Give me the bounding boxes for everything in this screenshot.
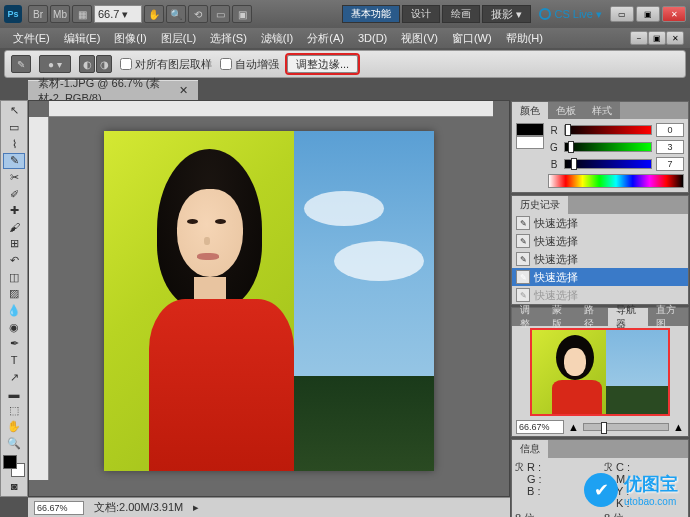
rotate-view-icon[interactable]: ⟲ xyxy=(188,5,208,23)
tab-info[interactable]: 信息 xyxy=(512,440,548,458)
tab-adjustments[interactable]: 调整 xyxy=(512,308,544,326)
zoom-tool-icon[interactable]: 🔍 xyxy=(166,5,186,23)
add-selection-icon[interactable]: ◑ xyxy=(96,55,112,73)
color-preview[interactable] xyxy=(516,123,544,149)
blue-slider[interactable] xyxy=(564,159,652,169)
zoom-in-icon[interactable]: ▲ xyxy=(673,421,684,433)
3d-tool[interactable]: ⬚ xyxy=(3,403,25,419)
bridge-icon[interactable]: Br xyxy=(28,5,48,23)
menu-analysis[interactable]: 分析(A) xyxy=(300,28,351,48)
close-button[interactable]: ✕ xyxy=(662,6,686,22)
history-brush-tool[interactable]: ↶ xyxy=(3,253,25,269)
canvas-area[interactable] xyxy=(28,100,510,497)
history-panel: 历史记录 ✎快速选择 ✎快速选择 ✎快速选择 ✎快速选择 ✎快速选择 xyxy=(511,195,689,305)
eyedropper-tool[interactable]: ✐ xyxy=(3,186,25,202)
history-item[interactable]: ✎快速选择 xyxy=(512,232,688,250)
auto-enhance-checkbox[interactable]: 自动增强 xyxy=(220,57,279,72)
status-zoom[interactable]: 66.67% xyxy=(34,501,84,515)
navigator-thumbnail[interactable] xyxy=(530,328,670,416)
history-item[interactable]: ✎快速选择 xyxy=(512,214,688,232)
green-slider[interactable] xyxy=(564,142,652,152)
menu-select[interactable]: 选择(S) xyxy=(203,28,254,48)
workspace-tab-paint[interactable]: 绘画 xyxy=(442,5,480,23)
menu-view[interactable]: 视图(V) xyxy=(394,28,445,48)
brush-tool[interactable]: 🖌 xyxy=(3,219,25,235)
tab-swatches[interactable]: 色板 xyxy=(548,102,584,119)
minimize-button[interactable]: ▭ xyxy=(610,6,634,22)
cslive-link[interactable]: CS Live▾ xyxy=(539,8,602,21)
type-tool[interactable]: T xyxy=(3,353,25,369)
navigator-zoom-input[interactable]: 66.67% xyxy=(516,420,564,434)
history-item-future[interactable]: ✎快速选择 xyxy=(512,286,688,304)
menu-help[interactable]: 帮助(H) xyxy=(499,28,550,48)
new-selection-icon[interactable]: ◐ xyxy=(79,55,95,73)
document-canvas[interactable] xyxy=(104,131,434,471)
menu-edit[interactable]: 编辑(E) xyxy=(57,28,108,48)
pen-tool[interactable]: ✒ xyxy=(3,336,25,352)
document-tab[interactable]: 素材-1.JPG @ 66.7% (素材-2, RGB/8)✕ xyxy=(28,80,198,100)
history-item[interactable]: ✎快速选择 xyxy=(512,250,688,268)
tab-histogram[interactable]: 直方图 xyxy=(648,308,688,326)
zoom-input[interactable]: 66.7 ▾ xyxy=(94,5,142,23)
menu-image[interactable]: 图像(I) xyxy=(107,28,153,48)
red-value[interactable]: 0 xyxy=(656,123,684,137)
zoom-out-icon[interactable]: ▲ xyxy=(568,421,579,433)
blur-tool[interactable]: 💧 xyxy=(3,303,25,319)
arrange-docs-icon[interactable]: ▭ xyxy=(210,5,230,23)
history-item-selected[interactable]: ✎快速选择 xyxy=(512,268,688,286)
view-extras-icon[interactable]: ▦ xyxy=(72,5,92,23)
menu-3d[interactable]: 3D(D) xyxy=(351,28,394,48)
workspace-tab-basic[interactable]: 基本功能 xyxy=(342,5,400,23)
ruler-vertical xyxy=(29,117,49,480)
quickmask-toggle[interactable]: ◙ xyxy=(3,478,25,494)
spectrum-bar[interactable] xyxy=(548,174,684,188)
quick-select-tool[interactable]: ✎ xyxy=(3,153,25,169)
path-select-tool[interactable]: ↗ xyxy=(3,369,25,385)
doc-restore-button[interactable]: ▣ xyxy=(648,31,666,45)
lasso-tool[interactable]: ⌇ xyxy=(3,136,25,152)
minibridge-icon[interactable]: Mb xyxy=(50,5,70,23)
zoom-tool[interactable]: 🔍 xyxy=(3,436,25,452)
healing-tool[interactable]: ✚ xyxy=(3,203,25,219)
hand-tool-icon[interactable]: ✋ xyxy=(144,5,164,23)
foreground-color[interactable] xyxy=(3,455,17,469)
brush-preset-picker[interactable]: ● ▾ xyxy=(39,55,71,73)
crop-tool[interactable]: ✂ xyxy=(3,170,25,186)
workspace-tab-design[interactable]: 设计 xyxy=(402,5,440,23)
doc-close-button[interactable]: ✕ xyxy=(666,31,684,45)
tab-styles[interactable]: 样式 xyxy=(584,102,620,119)
eraser-tool[interactable]: ◫ xyxy=(3,269,25,285)
menu-window[interactable]: 窗口(W) xyxy=(445,28,499,48)
marquee-tool[interactable]: ▭ xyxy=(3,120,25,136)
menu-file[interactable]: 文件(E) xyxy=(6,28,57,48)
refine-edge-button[interactable]: 调整边缘... xyxy=(287,55,358,73)
tab-paths[interactable]: 路径 xyxy=(576,308,608,326)
screen-mode-icon[interactable]: ▣ xyxy=(232,5,252,23)
blue-value[interactable]: 7 xyxy=(656,157,684,171)
doc-minimize-button[interactable]: − xyxy=(630,31,648,45)
tab-color[interactable]: 颜色 xyxy=(512,102,548,119)
current-tool-icon[interactable]: ✎ xyxy=(11,55,31,73)
gradient-tool[interactable]: ▨ xyxy=(3,286,25,302)
move-tool[interactable]: ↖ xyxy=(3,103,25,119)
watermark-icon: ✔ xyxy=(584,473,618,507)
hand-tool[interactable]: ✋ xyxy=(3,419,25,435)
quickselect-icon: ✎ xyxy=(516,288,530,302)
stamp-tool[interactable]: ⊞ xyxy=(3,236,25,252)
tab-history[interactable]: 历史记录 xyxy=(512,196,568,214)
green-value[interactable]: 3 xyxy=(656,140,684,154)
sample-all-layers-checkbox[interactable]: 对所有图层取样 xyxy=(120,57,212,72)
status-arrow-icon[interactable]: ▸ xyxy=(193,501,199,514)
red-slider[interactable] xyxy=(564,125,652,135)
menu-filter[interactable]: 滤镜(I) xyxy=(254,28,300,48)
tab-masks[interactable]: 蒙版 xyxy=(544,308,576,326)
tab-navigator[interactable]: 导航器 xyxy=(608,308,648,326)
menu-layer[interactable]: 图层(L) xyxy=(154,28,203,48)
color-swatches[interactable] xyxy=(3,455,25,477)
dodge-tool[interactable]: ◉ xyxy=(3,319,25,335)
quickselect-icon: ✎ xyxy=(516,234,530,248)
maximize-button[interactable]: ▣ xyxy=(636,6,660,22)
workspace-tab-photo[interactable]: 摄影 ▾ xyxy=(482,5,531,23)
navigator-zoom-slider[interactable] xyxy=(583,423,669,431)
shape-tool[interactable]: ▬ xyxy=(3,386,25,402)
